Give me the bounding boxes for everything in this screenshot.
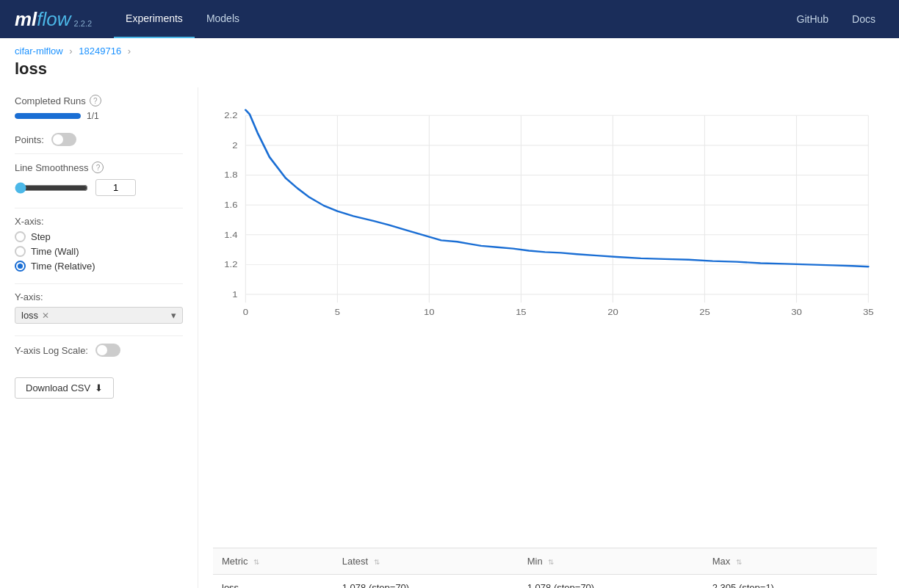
- progress-text: 1/1: [87, 111, 99, 121]
- data-table: Metric ⇅ Latest ⇅ Min ⇅ Max ⇅: [213, 548, 877, 588]
- yaxis-tag-remove[interactable]: ✕: [42, 311, 49, 321]
- svg-text:15: 15: [516, 308, 527, 317]
- chart-area: 2.2 2 1.8 1.6 1.4 1.2 1 0 5 10 15 20 25 …: [198, 87, 899, 588]
- page-title: loss: [0, 58, 899, 87]
- sort-min-icon: ⇅: [548, 558, 554, 566]
- nav-docs[interactable]: Docs: [843, 13, 884, 25]
- yaxis-section: Y-axis: loss ✕ ▾: [15, 291, 183, 324]
- nav-right: GitHub Docs: [788, 13, 884, 25]
- svg-text:30: 30: [791, 308, 802, 317]
- svg-text:1.4: 1.4: [224, 230, 237, 239]
- progress-bar-container: 1/1: [15, 111, 183, 121]
- progress-bar-fill: [15, 113, 81, 119]
- cell-max: 2.305 (step=1): [704, 575, 877, 589]
- xaxis-radio-relative[interactable]: [15, 261, 26, 272]
- svg-text:1.2: 1.2: [224, 260, 237, 269]
- cell-metric: loss: [213, 575, 333, 589]
- download-csv-button[interactable]: Download CSV ⬇: [15, 377, 114, 399]
- completed-runs-section: Completed Runs ? 1/1: [15, 95, 183, 121]
- table-body: loss 1.078 (step=70) 1.078 (step=70) 2.3…: [213, 575, 877, 589]
- line-smoothness-help-icon[interactable]: ?: [92, 161, 104, 173]
- svg-text:5: 5: [335, 308, 340, 317]
- brand: ml flow 2.2.2: [15, 8, 92, 31]
- points-toggle-row: Points:: [15, 133, 183, 146]
- table-head: Metric ⇅ Latest ⇅ Min ⇅ Max ⇅: [213, 548, 877, 575]
- completed-runs-label: Completed Runs ?: [15, 95, 183, 106]
- log-scale-row: Y-axis Log Scale:: [15, 344, 183, 357]
- chart-container: 2.2 2 1.8 1.6 1.4 1.2 1 0 5 10 15 20 25 …: [206, 95, 884, 533]
- yaxis-select[interactable]: loss ✕ ▾: [15, 307, 183, 324]
- divider-4: [15, 335, 183, 336]
- points-label: Points:: [15, 134, 44, 145]
- nav-github[interactable]: GitHub: [788, 13, 838, 25]
- download-icon: ⬇: [95, 382, 103, 393]
- yaxis-tag-value: loss: [21, 310, 38, 321]
- cell-latest: 1.078 (step=70): [333, 575, 519, 589]
- cell-min: 1.078 (step=70): [519, 575, 704, 589]
- xaxis-label-step: Step: [31, 231, 51, 242]
- xaxis-label-wall: Time (Wall): [31, 246, 79, 257]
- col-max[interactable]: Max ⇅: [704, 548, 877, 575]
- progress-bar-bg: [15, 113, 81, 119]
- navbar: ml flow 2.2.2 Experiments Models GitHub …: [0, 0, 899, 38]
- smoothness-value-input[interactable]: 1: [95, 179, 136, 196]
- xaxis-option-step[interactable]: Step: [15, 231, 183, 242]
- brand-flow: flow: [37, 8, 71, 31]
- xaxis-label: X-axis:: [15, 216, 183, 227]
- nav-experiments[interactable]: Experiments: [114, 0, 195, 38]
- yaxis-label: Y-axis:: [15, 291, 183, 302]
- brand-version: 2.2.2: [74, 19, 92, 28]
- xaxis-radio-wall[interactable]: [15, 246, 26, 257]
- log-scale-label: Y-axis Log Scale:: [15, 345, 88, 356]
- slider-row: 1: [15, 179, 183, 196]
- nav-models[interactable]: Models: [195, 0, 251, 38]
- main-content: Completed Runs ? 1/1 Points: Line Smooth…: [0, 87, 899, 588]
- points-toggle[interactable]: [51, 133, 76, 146]
- table-header-row: Metric ⇅ Latest ⇅ Min ⇅ Max ⇅: [213, 548, 877, 575]
- col-metric[interactable]: Metric ⇅: [213, 548, 333, 575]
- chevron-down-icon: ▾: [171, 310, 176, 321]
- sort-latest-icon: ⇅: [374, 558, 380, 566]
- breadcrumb-child[interactable]: 18249716: [79, 46, 121, 57]
- breadcrumb-sep2: ›: [128, 46, 131, 57]
- sidebar: Completed Runs ? 1/1 Points: Line Smooth…: [0, 87, 198, 588]
- xaxis-section: X-axis: Step Time (Wall) Time (Relative): [15, 216, 183, 272]
- xaxis-label-relative: Time (Relative): [31, 261, 95, 272]
- line-smoothness-label: Line Smoothness ?: [15, 161, 183, 173]
- svg-text:0: 0: [243, 308, 248, 317]
- xaxis-option-relative[interactable]: Time (Relative): [15, 261, 183, 272]
- chart-svg: 2.2 2 1.8 1.6 1.4 1.2 1 0 5 10 15 20 25 …: [206, 95, 884, 344]
- breadcrumb-sep1: ›: [69, 46, 75, 57]
- divider-2: [15, 208, 183, 208]
- completed-runs-help-icon[interactable]: ?: [90, 95, 101, 106]
- svg-text:20: 20: [607, 308, 618, 317]
- divider-1: [15, 153, 183, 154]
- download-csv-label: Download CSV: [26, 382, 90, 393]
- svg-text:1.8: 1.8: [224, 170, 237, 180]
- xaxis-option-wall[interactable]: Time (Wall): [15, 246, 183, 257]
- sort-metric-icon: ⇅: [253, 558, 259, 566]
- sort-max-icon: ⇅: [736, 558, 742, 566]
- xaxis-radio-step[interactable]: [15, 231, 26, 242]
- svg-text:25: 25: [699, 308, 710, 317]
- divider-3: [15, 283, 183, 284]
- col-min[interactable]: Min ⇅: [519, 548, 704, 575]
- smoothness-slider[interactable]: [15, 182, 88, 194]
- svg-text:35: 35: [863, 308, 874, 317]
- table-row: loss 1.078 (step=70) 1.078 (step=70) 2.3…: [213, 575, 877, 589]
- col-latest[interactable]: Latest ⇅: [333, 548, 519, 575]
- log-scale-toggle[interactable]: [95, 344, 120, 357]
- loss-curve: [245, 110, 868, 266]
- line-smoothness-section: Line Smoothness ? 1: [15, 161, 183, 196]
- svg-text:10: 10: [424, 308, 435, 317]
- svg-text:1: 1: [232, 290, 237, 300]
- xaxis-radio-group: Step Time (Wall) Time (Relative): [15, 231, 183, 272]
- breadcrumb-parent[interactable]: cifar-mlflow: [15, 46, 63, 57]
- svg-text:2: 2: [232, 141, 237, 150]
- breadcrumb: cifar-mlflow › 18249716 ›: [0, 38, 899, 58]
- brand-ml: ml: [15, 8, 37, 31]
- svg-text:1.6: 1.6: [224, 200, 237, 210]
- svg-text:2.2: 2.2: [224, 111, 237, 120]
